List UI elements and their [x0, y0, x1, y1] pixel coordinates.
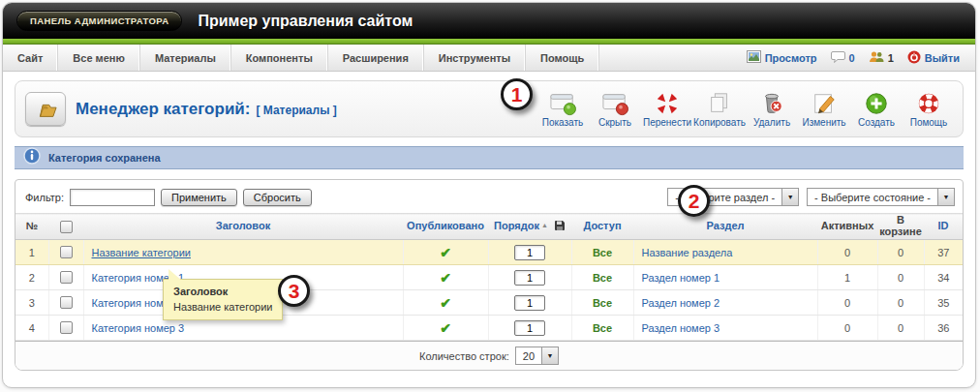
header-order: Порядок▲	[488, 214, 571, 240]
menu-item-content[interactable]: Материалы	[140, 45, 231, 71]
row-id: 37	[924, 240, 963, 265]
active-count: 1	[817, 265, 877, 290]
row-number: 4	[15, 316, 48, 341]
chevron-down-icon: ▼	[937, 189, 954, 205]
header-checkbox-cell	[48, 214, 83, 240]
header-trash: В корзине	[877, 214, 924, 240]
table-row: 1 Название категории ✔ Все Название разд…	[15, 240, 963, 265]
help-icon	[916, 90, 941, 116]
chevron-down-icon: ▼	[541, 347, 558, 364]
row-checkbox[interactable]	[60, 246, 73, 258]
header-section: Раздел	[633, 214, 817, 240]
access-level: Все	[593, 322, 612, 334]
notice-bar: Категория сохранена	[15, 146, 964, 169]
filter-input[interactable]	[70, 189, 155, 206]
filter-apply-button[interactable]: Применить	[161, 189, 237, 206]
published-check-icon[interactable]: ✔	[440, 245, 451, 260]
tooltip-body: Название категории	[173, 301, 272, 313]
table-row: 3 Категория номер 2 ✔ Все Раздел номер 2…	[15, 290, 963, 316]
section-link[interactable]: Раздел номер 1	[642, 272, 720, 284]
section-link[interactable]: Название раздела	[642, 247, 733, 258]
row-checkbox[interactable]	[60, 271, 73, 284]
menu-item-site[interactable]: Сайт	[3, 45, 58, 71]
unpublish-button[interactable]: Скрыть	[589, 88, 641, 130]
access-level: Все	[593, 297, 612, 309]
admin-panel-logo: ПАНЕЛЬ АДМИНИСТРАТОРА	[16, 11, 182, 31]
section-link[interactable]: Раздел номер 2	[642, 297, 720, 309]
sort-ascending-icon: ▲	[541, 222, 548, 228]
menu-item-extensions[interactable]: Расширения	[328, 45, 424, 71]
active-count: 0	[817, 290, 877, 316]
logout-link[interactable]: Выйти	[925, 52, 960, 64]
menu-item-components[interactable]: Компоненты	[231, 45, 328, 71]
users-online-icon	[869, 50, 884, 65]
move-button[interactable]: Перенести	[641, 88, 693, 130]
new-icon	[864, 90, 889, 116]
row-checkbox[interactable]	[60, 296, 73, 309]
menu-item-all-menus[interactable]: Все меню	[58, 45, 140, 71]
site-title: Пример управления сайтом	[198, 13, 413, 30]
row-id: 35	[924, 290, 963, 316]
category-grid-box: Фильтр: Применить Сбросить - Выберите ра…	[15, 179, 964, 371]
published-check-icon[interactable]: ✔	[440, 320, 451, 336]
chevron-down-icon: ▼	[781, 189, 798, 205]
notice-message: Категория сохранена	[48, 152, 161, 164]
published-check-icon[interactable]: ✔	[440, 270, 451, 286]
help-button[interactable]: Помощь	[903, 88, 955, 130]
section-link[interactable]: Раздел номер 3	[642, 322, 720, 334]
row-id: 36	[924, 316, 963, 341]
order-input[interactable]	[514, 295, 545, 311]
header-num: №	[15, 214, 48, 240]
active-count: 0	[817, 240, 877, 265]
table-header-row: № Заголовок Опубликовано Порядок▲ Доступ…	[15, 214, 963, 240]
logout-icon	[907, 50, 921, 66]
edit-icon	[812, 90, 837, 116]
header-active: Активных	[817, 214, 877, 240]
page-context: [ Материалы ]	[256, 104, 336, 117]
menu-item-tools[interactable]: Инструменты	[424, 45, 526, 71]
publish-icon	[548, 90, 577, 116]
trash-count: 0	[877, 290, 924, 316]
delete-button[interactable]: Удалить	[746, 88, 798, 130]
category-manager-icon	[25, 92, 66, 126]
toolbar: Показать Скрыть Перенести Копировать Уда…	[536, 88, 955, 130]
trash-count: 0	[877, 265, 924, 290]
order-input[interactable]	[514, 245, 545, 260]
rows-per-page-select[interactable]: 20 ▼	[515, 347, 559, 365]
trash-count: 0	[877, 240, 924, 265]
unpublish-icon	[600, 90, 629, 116]
page-title: Менеджер категорий:	[76, 100, 250, 118]
tooltip-title: Заголовок	[173, 286, 272, 297]
table-row: 4 Категория номер 3 ✔ Все Раздел номер 3…	[15, 316, 963, 341]
row-number: 3	[15, 290, 48, 316]
delete-icon	[759, 90, 784, 116]
admin-page: ПАНЕЛЬ АДМИНИСТРАТОРА Пример управления …	[2, 2, 976, 388]
menu-item-help[interactable]: Помощь	[526, 45, 599, 71]
row-number: 2	[15, 265, 48, 290]
users-online-count[interactable]: 1	[888, 52, 894, 64]
save-order-icon[interactable]	[554, 222, 566, 233]
preview-link[interactable]: Просмотр	[765, 52, 817, 64]
pagination-bar: Количество строк: 20 ▼	[15, 341, 963, 370]
publish-button[interactable]: Показать	[536, 88, 589, 130]
order-input[interactable]	[514, 270, 545, 286]
trash-count: 0	[877, 316, 924, 341]
top-header-bar: ПАНЕЛЬ АДМИНИСТРАТОРА Пример управления …	[3, 3, 975, 39]
published-check-icon[interactable]: ✔	[440, 295, 451, 311]
table-row: 2 Категория номер 1 ✔ Все Раздел номер 1…	[15, 265, 963, 290]
state-filter-select[interactable]: - Выберите состояние - ▼	[807, 188, 955, 206]
access-level: Все	[593, 272, 612, 284]
filter-reset-button[interactable]: Сбросить	[243, 189, 312, 206]
order-input[interactable]	[514, 320, 545, 336]
row-checkbox[interactable]	[60, 321, 73, 334]
copy-button[interactable]: Копировать	[693, 88, 746, 130]
category-title-link[interactable]: Категория номер 3	[92, 322, 185, 334]
message-count[interactable]: 0	[849, 52, 855, 64]
select-all-checkbox[interactable]	[60, 221, 73, 233]
annotation-marker-1: 1	[501, 78, 533, 110]
category-title-link[interactable]: Название категории	[92, 247, 191, 258]
edit-button[interactable]: Изменить	[798, 88, 850, 130]
categories-table: № Заголовок Опубликовано Порядок▲ Доступ…	[15, 213, 963, 341]
header-access: Доступ	[571, 214, 633, 240]
new-button[interactable]: Создать	[850, 88, 903, 130]
